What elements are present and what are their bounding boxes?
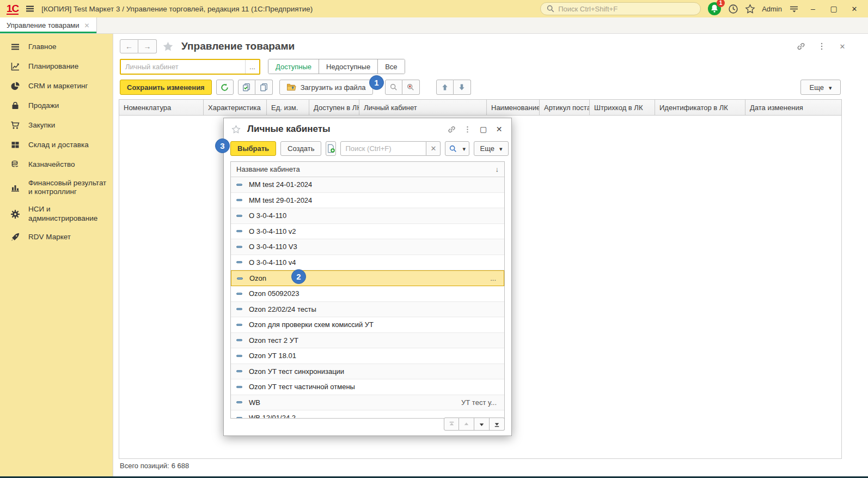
search-options-button[interactable] bbox=[445, 141, 469, 156]
dialog-maximize-icon[interactable] bbox=[479, 125, 488, 134]
cabinet-filter-field[interactable]: ... bbox=[120, 59, 260, 75]
dialog-search-input[interactable] bbox=[340, 141, 426, 156]
table-column-header[interactable]: Ед. изм. bbox=[267, 100, 309, 115]
go-up-icon-button[interactable] bbox=[459, 418, 474, 431]
table-column-header[interactable]: Доступен в ЛК bbox=[309, 100, 359, 115]
table-column-header[interactable]: Дата изменения bbox=[745, 100, 841, 115]
sidebar-item-kaznacheystvo[interactable]: Казначейство bbox=[0, 155, 113, 174]
step-badge-2: 2 bbox=[291, 269, 306, 284]
cabinet-row[interactable]: Ozon для проверки схем комиссий УТ bbox=[231, 317, 504, 333]
sidebar-item-glavnoe[interactable]: Главное bbox=[0, 37, 113, 57]
cabinet-row[interactable]: Ozon УТ тест синхронизации bbox=[231, 364, 504, 380]
choose-button[interactable]: ... bbox=[245, 60, 259, 74]
more-menu-icon[interactable] bbox=[817, 41, 827, 51]
create-new-file-icon-button[interactable] bbox=[326, 141, 336, 156]
table-column-header[interactable]: Артикул постав... bbox=[540, 100, 590, 115]
table-column-header[interactable]: Идентификатор в ЛК bbox=[655, 100, 745, 115]
dialog-more-button[interactable]: Еще bbox=[474, 141, 509, 156]
sidebar-item-planirovanie[interactable]: Планирование bbox=[0, 57, 113, 76]
sidebar-item-label: CRM и маркетинг bbox=[28, 82, 88, 90]
cabinet-row[interactable]: Ozon 22/02/24 тесты bbox=[231, 302, 504, 318]
cabinet-filter-input[interactable] bbox=[121, 63, 245, 71]
more-button[interactable]: Еще bbox=[800, 80, 841, 95]
tab-product-management[interactable]: Управление товарами bbox=[0, 17, 97, 33]
sidebar-item-label: Казначейство bbox=[28, 160, 75, 169]
dialog-star-icon[interactable] bbox=[231, 125, 241, 134]
segment-all[interactable]: Все bbox=[378, 59, 404, 74]
cabinet-name: О 3-0-4-110 V3 bbox=[249, 243, 297, 251]
sidebar-item-crm[interactable]: CRM и маркетинг bbox=[0, 76, 113, 96]
global-search-input[interactable] bbox=[558, 5, 695, 13]
create-button[interactable]: Создать bbox=[280, 141, 321, 156]
back-button[interactable] bbox=[120, 39, 138, 53]
availability-segments: Доступные Недоступные Все bbox=[268, 59, 405, 74]
cabinet-row-selected[interactable]: Ozon... bbox=[231, 270, 504, 286]
move-down-icon-button[interactable] bbox=[454, 80, 471, 95]
window-titlebar: 1С [КОПИЯ] Test Маркет 3 / Управление то… bbox=[0, 0, 868, 17]
clear-search-icon[interactable]: ✕ bbox=[426, 141, 441, 156]
close-window-icon[interactable] bbox=[847, 3, 861, 15]
sidebar-item-zakupki[interactable]: Закупки bbox=[0, 116, 113, 135]
table-column-header[interactable]: Наименование в... bbox=[487, 100, 540, 115]
save-changes-button[interactable]: Сохранить изменения bbox=[120, 80, 212, 95]
item-dash-icon bbox=[236, 215, 242, 217]
global-search[interactable] bbox=[540, 2, 701, 15]
sidebar-item-finrezultat[interactable]: Финансовый результат и контроллинг bbox=[0, 174, 113, 201]
table-column-header[interactable]: Номенклатура bbox=[119, 100, 204, 115]
forward-button[interactable] bbox=[138, 39, 157, 53]
go-down-icon-button[interactable] bbox=[474, 418, 490, 431]
cabinet-name: О 3-0-4-110 bbox=[249, 211, 286, 220]
close-form-icon[interactable] bbox=[838, 41, 847, 51]
main-menu-icon[interactable] bbox=[25, 4, 35, 14]
load-from-file-button[interactable]: Загрузить из файла bbox=[279, 80, 373, 95]
select-button[interactable]: Выбрать bbox=[230, 141, 276, 156]
table-column-header[interactable]: Штрихкод в ЛК bbox=[590, 100, 655, 115]
history-icon[interactable] bbox=[728, 4, 738, 14]
cabinet-row[interactable]: О 3-0-4-110 V3 bbox=[231, 239, 504, 255]
dialog-link-icon[interactable] bbox=[447, 125, 456, 134]
move-up-icon-button[interactable] bbox=[436, 80, 454, 95]
sidebar-item-sklad[interactable]: Склад и доставка bbox=[0, 135, 113, 155]
page-star-icon[interactable] bbox=[162, 41, 174, 52]
minimize-icon[interactable] bbox=[806, 3, 820, 15]
sidebar-item-prodazhi[interactable]: Продажи bbox=[0, 96, 113, 116]
sidebar-item-label: НСИ и администрирование bbox=[28, 205, 108, 222]
favorites-star-icon[interactable] bbox=[745, 4, 755, 14]
sidebar-item-nsi[interactable]: НСИ и администрирование bbox=[0, 201, 113, 227]
refresh-button[interactable] bbox=[216, 80, 234, 95]
sidebar-item-rdv-market[interactable]: RDV Маркет bbox=[0, 227, 113, 247]
clear-flags-icon-button[interactable] bbox=[255, 80, 273, 95]
cabinet-row[interactable]: Ozon УТ 18.01 bbox=[231, 348, 504, 364]
maximize-icon[interactable] bbox=[827, 3, 841, 15]
tab-close-icon[interactable] bbox=[84, 22, 90, 29]
1c-logo: 1С bbox=[7, 3, 19, 15]
user-name[interactable]: Admin bbox=[762, 5, 782, 13]
table-column-header[interactable]: Личный кабинет bbox=[359, 100, 487, 115]
cabinet-row[interactable]: MM test 29-01-2024 bbox=[231, 193, 504, 209]
notifications-bell-icon[interactable]: 1 bbox=[707, 2, 722, 16]
segment-unavailable[interactable]: Недоступные bbox=[319, 59, 378, 74]
cancel-find-icon-button[interactable] bbox=[402, 80, 420, 95]
set-flags-icon-button[interactable] bbox=[238, 80, 255, 95]
dialog-close-icon[interactable] bbox=[494, 125, 504, 134]
cabinet-row[interactable]: Ozon тест 2 УТ bbox=[231, 333, 504, 349]
cabinet-row[interactable]: О 3-0-4-110 v4 bbox=[231, 255, 504, 271]
cabinet-name: Ozon 05092023 bbox=[249, 289, 299, 298]
list-navigation bbox=[444, 418, 505, 431]
cabinet-row[interactable]: О 3-0-4-110 v2 bbox=[231, 224, 504, 240]
cabinet-row[interactable]: WBУТ тест у... bbox=[231, 395, 504, 411]
find-icon-button[interactable] bbox=[385, 80, 402, 95]
segment-available[interactable]: Доступные bbox=[268, 59, 319, 74]
get-link-icon[interactable] bbox=[796, 41, 806, 51]
cabinet-row[interactable]: Ozon УТ тест частичной отмены bbox=[231, 379, 504, 395]
cabinet-row[interactable]: MM test 24-01-2024 bbox=[231, 177, 504, 193]
cabinet-row[interactable]: Ozon 05092023 bbox=[231, 286, 504, 302]
dialog-more-menu-icon[interactable] bbox=[463, 125, 472, 134]
cabinet-row[interactable]: О 3-0-4-110 bbox=[231, 208, 504, 224]
table-column-header[interactable]: Характеристика bbox=[204, 100, 267, 115]
service-menu-icon[interactable] bbox=[788, 4, 799, 13]
go-first-icon-button[interactable] bbox=[444, 418, 459, 431]
cabinet-list-header[interactable]: Название кабинета bbox=[231, 162, 504, 177]
go-last-icon-button[interactable] bbox=[490, 418, 505, 431]
cabinet-row[interactable]: WB 12/01/24 2 bbox=[231, 410, 504, 418]
